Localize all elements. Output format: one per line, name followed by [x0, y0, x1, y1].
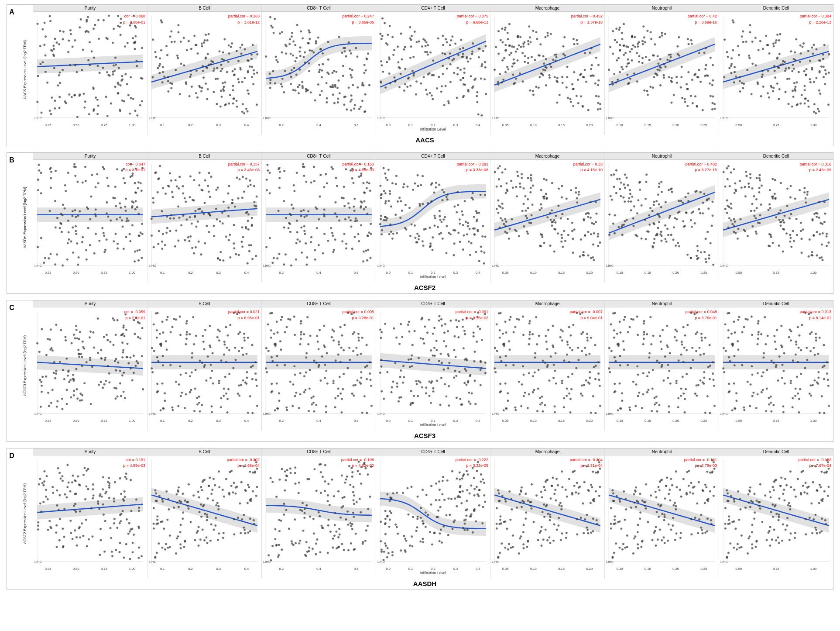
svg-point-914 [702, 109, 704, 111]
svg-point-256 [239, 67, 241, 69]
svg-point-1098 [778, 39, 780, 41]
svg-point-1448 [182, 185, 184, 187]
svg-point-107 [134, 48, 136, 50]
svg-point-1697 [449, 233, 452, 235]
svg-point-3200 [659, 335, 661, 337]
svg-point-1279 [115, 205, 117, 207]
svg-point-4492 [789, 508, 791, 510]
svg-point-3583 [113, 518, 116, 520]
svg-point-4280 [626, 534, 628, 537]
svg-point-3064 [552, 325, 554, 327]
svg-point-240 [232, 103, 234, 105]
svg-point-1842 [551, 224, 553, 227]
svg-point-3187 [662, 329, 664, 331]
svg-point-4425 [780, 476, 782, 479]
svg-point-1766 [433, 191, 435, 193]
svg-point-1069 [730, 57, 733, 59]
lihc-label-A-4: LIHC [492, 116, 499, 120]
svg-point-193 [213, 91, 215, 93]
svg-point-3 [94, 24, 96, 26]
svg-point-3697 [155, 523, 158, 525]
svg-point-590 [387, 44, 389, 46]
svg-point-3464 [130, 479, 132, 481]
svg-point-753 [514, 82, 516, 84]
plot-cell-D-6: Dendritic Cell partial.cor = -0.182p = 7… [719, 448, 833, 579]
svg-point-700 [522, 45, 525, 48]
svg-point-4342 [615, 542, 617, 545]
svg-point-3278 [770, 410, 772, 413]
svg-point-2732 [352, 384, 354, 386]
svg-point-1369 [169, 230, 171, 232]
svg-point-474 [361, 84, 363, 86]
svg-point-903 [670, 56, 672, 59]
svg-point-4006 [465, 514, 467, 517]
svg-point-1049 [751, 93, 753, 95]
svg-point-3575 [52, 492, 54, 494]
svg-point-1985 [655, 200, 658, 202]
svg-point-1244 [104, 249, 106, 251]
svg-point-2669 [321, 355, 323, 358]
svg-point-3043 [555, 383, 557, 385]
svg-point-1082 [748, 55, 750, 57]
svg-point-1011 [799, 61, 801, 63]
svg-point-3790 [352, 486, 354, 488]
svg-point-2699 [278, 393, 280, 395]
svg-point-295 [206, 98, 208, 100]
svg-point-536 [483, 78, 486, 80]
svg-point-2533 [237, 333, 240, 335]
svg-point-3372 [809, 350, 812, 352]
svg-point-3173 [610, 324, 612, 326]
svg-point-4167 [527, 541, 529, 543]
svg-point-499 [432, 98, 434, 100]
svg-point-2227 [816, 254, 818, 256]
svg-point-1637 [480, 193, 482, 196]
svg-point-2037 [687, 200, 689, 202]
svg-point-435 [295, 60, 297, 62]
svg-point-4035 [407, 514, 409, 516]
svg-point-4120 [592, 530, 594, 532]
svg-point-2191 [812, 219, 814, 221]
svg-point-4550 [819, 531, 821, 534]
svg-point-1170 [72, 252, 74, 254]
svg-point-1508 [348, 207, 350, 209]
svg-point-3553 [48, 520, 51, 522]
svg-point-27 [139, 104, 141, 106]
svg-point-3953 [441, 493, 443, 495]
svg-point-1421 [184, 197, 186, 199]
svg-point-768 [576, 43, 579, 45]
svg-point-2223 [744, 195, 747, 197]
svg-point-95 [91, 50, 93, 52]
svg-point-4352 [692, 493, 694, 495]
svg-point-1717 [384, 172, 386, 175]
svg-point-1731 [404, 227, 406, 229]
svg-point-3892 [336, 547, 338, 549]
svg-point-4495 [751, 531, 753, 533]
svg-point-4391 [661, 479, 663, 481]
svg-point-3787 [333, 534, 336, 537]
svg-point-391 [299, 55, 302, 57]
svg-point-242 [237, 60, 240, 62]
svg-point-873 [709, 83, 711, 85]
svg-point-609 [470, 75, 472, 77]
y-axis-label-A: AACS Expression Level (log2 TPM) [17, 5, 33, 135]
svg-point-3452 [115, 549, 117, 551]
svg-point-361 [322, 63, 324, 65]
svg-point-4370 [713, 495, 715, 497]
svg-point-2924 [468, 401, 470, 403]
svg-point-1548 [304, 233, 306, 235]
svg-point-2780 [394, 362, 396, 364]
svg-point-4538 [724, 507, 727, 509]
svg-point-3126 [689, 367, 692, 369]
svg-point-531 [403, 48, 405, 51]
svg-point-483 [350, 76, 353, 79]
svg-point-2843 [381, 390, 383, 393]
svg-point-4475 [724, 523, 727, 525]
svg-point-1510 [366, 187, 368, 189]
svg-point-3788 [346, 510, 349, 513]
svg-point-3415 [810, 395, 812, 397]
svg-point-1270 [119, 202, 121, 204]
svg-point-2089 [669, 217, 671, 219]
svg-point-1417 [177, 205, 179, 207]
svg-point-1219 [106, 201, 108, 203]
svg-point-3734 [222, 489, 224, 491]
